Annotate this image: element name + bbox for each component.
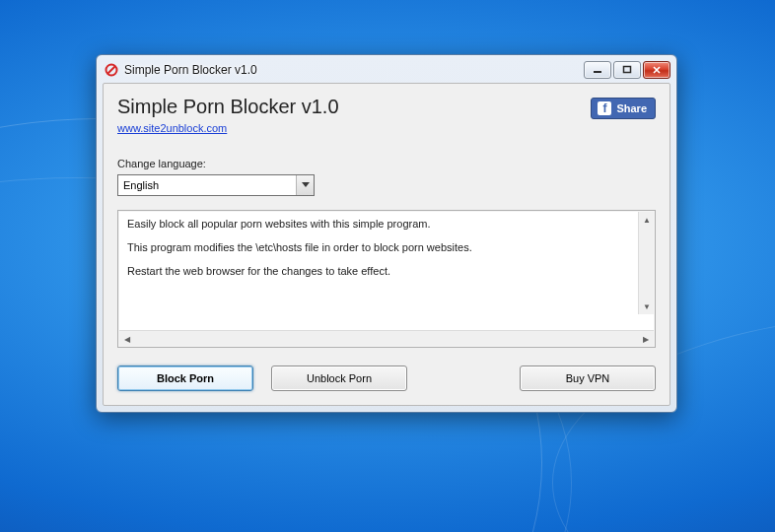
svg-rect-3 [624,67,631,73]
facebook-icon: f [598,101,611,115]
close-button[interactable] [643,61,670,79]
description-line: Easily block all popular porn websites w… [127,218,634,230]
description-line: This program modifies the \etc\hosts fil… [127,241,634,253]
horizontal-scrollbar[interactable]: ◀ ▶ [119,330,654,346]
scroll-up-icon: ▲ [639,212,654,228]
maximize-button[interactable] [613,61,641,79]
action-buttons: Block Porn Unblock Porn Buy VPN [117,366,656,391]
website-link[interactable]: www.site2unblock.com [117,122,227,134]
language-selected: English [118,179,296,191]
chevron-down-icon [296,175,314,195]
scroll-down-icon: ▼ [639,299,654,314]
description-text: Easily block all popular porn websites w… [119,212,654,330]
share-label: Share [616,102,647,114]
block-porn-button[interactable]: Block Porn [117,366,253,391]
unblock-porn-button[interactable]: Unblock Porn [271,366,407,391]
minimize-button[interactable] [584,61,611,79]
vertical-scrollbar[interactable]: ▲ ▼ [638,212,654,314]
scroll-right-icon: ▶ [638,331,654,347]
svg-line-1 [107,66,115,74]
scroll-left-icon: ◀ [119,331,135,347]
language-label: Change language: [117,158,656,169]
app-window: Simple Porn Blocker v1.0 Simple Porn Blo… [96,54,677,413]
description-panel: Easily block all popular porn websites w… [117,210,656,348]
buy-vpn-button[interactable]: Buy VPN [520,366,656,391]
language-select[interactable]: English [117,174,315,196]
window-controls [584,61,670,79]
titlebar[interactable]: Simple Porn Blocker v1.0 [103,61,670,83]
facebook-share-button[interactable]: f Share [591,98,656,119]
app-icon [105,63,118,77]
window-title: Simple Porn Blocker v1.0 [124,63,257,77]
app-title: Simple Porn Blocker v1.0 [117,96,339,118]
svg-marker-6 [302,182,310,187]
client-area: Simple Porn Blocker v1.0 www.site2unbloc… [103,83,670,406]
description-line: Restart the web browser for the changes … [127,265,634,277]
svg-rect-2 [594,71,601,73]
